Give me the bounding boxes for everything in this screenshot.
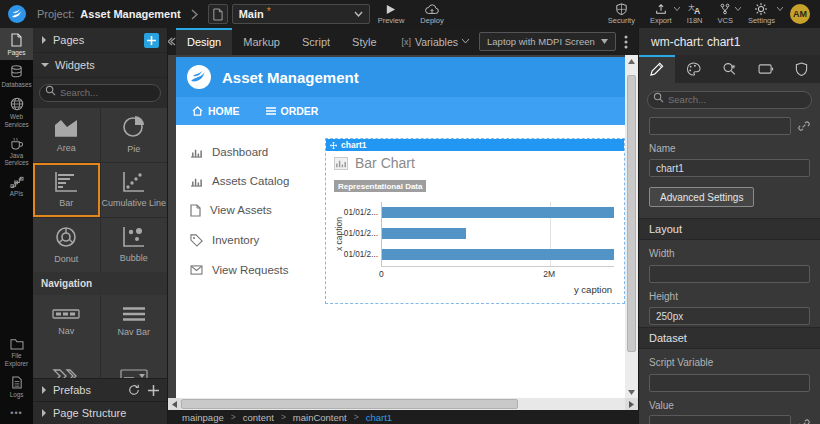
more-options-icon[interactable] <box>624 35 628 49</box>
widget-search-input[interactable] <box>39 84 161 102</box>
play-icon <box>385 4 396 15</box>
pages-section-header[interactable]: Pages <box>33 28 167 53</box>
rail-more-button[interactable]: ••• <box>0 402 33 424</box>
device-selector[interactable]: Laptop with MDPI Screen <box>479 32 616 51</box>
properties-panel-title: wm-chart: chart1 <box>639 28 820 55</box>
scroll-right-arrow[interactable] <box>625 398 638 410</box>
search-icon <box>653 92 664 103</box>
widget-selection-tag[interactable]: chart1 <box>326 139 624 151</box>
add-page-button[interactable] <box>144 33 159 48</box>
bind-expression-field[interactable] <box>649 117 791 135</box>
tab-design[interactable]: Design <box>176 28 232 55</box>
page-selector[interactable]: Main * <box>232 4 370 24</box>
tab-events[interactable] <box>711 55 747 83</box>
sidebar-item-inventory[interactable]: Inventory <box>176 225 320 255</box>
security-menu[interactable]: Security <box>608 3 635 25</box>
add-prefab-icon[interactable] <box>148 385 159 396</box>
sidebar-item-view-assets[interactable]: View Assets <box>176 195 320 225</box>
export-menu[interactable]: Export <box>650 3 672 25</box>
deploy-button[interactable]: Deploy <box>420 4 443 25</box>
widget-tile-donut[interactable]: Donut <box>33 218 100 272</box>
widget-tile-pie[interactable]: Pie <box>101 108 168 162</box>
line-chart-icon <box>122 171 146 193</box>
horizontal-scroll-thumb[interactable] <box>181 399 518 409</box>
rail-item-file-explorer[interactable]: File Explorer <box>0 333 33 370</box>
widget-tile-cumulative-line[interactable]: Cumulative Line <box>101 163 168 217</box>
category-label: 01/01/2... <box>345 223 381 244</box>
scroll-left-arrow[interactable] <box>168 398 181 410</box>
nav-item-order[interactable]: ORDER <box>266 105 319 117</box>
advanced-settings-button[interactable]: Advanced Settings <box>649 187 754 207</box>
chart-data-badge: Representational Data <box>334 180 426 192</box>
prefabs-section-header[interactable]: Prefabs <box>33 378 167 401</box>
rail-item-databases[interactable]: Databases <box>0 60 33 92</box>
canvas-viewport: Asset Management HOME ORDER <box>168 55 638 398</box>
widget-tile-breadcrumb[interactable] <box>33 349 100 379</box>
widgets-section-header[interactable]: Widgets <box>33 53 167 78</box>
branch-icon <box>719 3 731 15</box>
breadcrumb-item-content[interactable]: content <box>243 412 274 423</box>
widget-tile-select[interactable] <box>101 349 168 379</box>
scroll-up-arrow[interactable] <box>625 55 638 67</box>
breadcrumb-item-mainpage[interactable]: mainpage <box>182 412 224 423</box>
i18n-menu[interactable]: 大A I18N <box>687 3 703 25</box>
device-icon <box>758 63 774 75</box>
vertical-scroll-thumb[interactable] <box>627 75 636 352</box>
project-title: Project: Asset Management <box>37 8 181 20</box>
collapse-left-panel-button[interactable] <box>168 37 176 46</box>
scroll-down-arrow[interactable] <box>625 386 638 398</box>
rail-item-pages[interactable]: Pages <box>0 28 33 60</box>
widget-tile-nav[interactable]: Nav <box>33 295 100 349</box>
tab-script[interactable]: Script <box>291 28 341 55</box>
app-logo-icon <box>186 64 212 90</box>
sidebar-item-assets-catalog[interactable]: Assets Catalog <box>176 166 320 195</box>
tab-properties[interactable] <box>639 55 675 83</box>
widget-tile-bar[interactable]: Bar <box>33 163 100 217</box>
properties-search-input[interactable] <box>647 91 812 109</box>
settings-menu[interactable]: Settings <box>748 3 775 25</box>
vertical-scrollbar[interactable] <box>625 55 638 398</box>
properties-panel-tabs <box>639 55 820 83</box>
caret-down-icon <box>601 39 608 44</box>
rail-item-web-services[interactable]: Web Services <box>0 92 33 131</box>
bubble-chart-icon <box>122 226 146 248</box>
wavemaker-logo-icon[interactable] <box>0 4 33 24</box>
widget-tile-area[interactable]: Area <box>33 108 100 162</box>
rail-item-java-services[interactable]: Java Services <box>0 132 33 170</box>
tab-markup[interactable]: Markup <box>232 28 291 55</box>
tag-icon <box>190 234 203 247</box>
tab-security[interactable] <box>784 55 820 83</box>
preview-button[interactable]: Preview <box>378 4 405 25</box>
sidebar-item-dashboard[interactable]: Dashboard <box>176 137 320 166</box>
value-field[interactable] <box>649 415 791 424</box>
value-bind-link-icon[interactable] <box>798 418 810 424</box>
vcs-menu[interactable]: VCS <box>717 3 732 25</box>
page-structure-section-header[interactable]: Page Structure <box>33 401 167 424</box>
script-variable-field[interactable] <box>649 374 810 392</box>
select-box-icon <box>120 369 148 379</box>
log-file-icon <box>11 376 23 389</box>
tab-styles[interactable] <box>675 55 711 83</box>
variables-button[interactable]: [x] Variables <box>402 36 470 48</box>
widget-tile-bubble[interactable]: Bubble <box>101 218 168 272</box>
name-label: Name <box>649 143 810 154</box>
refresh-icon[interactable] <box>128 384 140 396</box>
widget-tile-nav-bar[interactable]: Nav Bar <box>101 295 168 349</box>
topbar-right-menu: Security Export 大A I18N VCS Settings <box>608 3 820 25</box>
avatar[interactable]: AM <box>790 4 810 24</box>
tab-device[interactable] <box>748 55 784 83</box>
tab-style[interactable]: Style <box>341 28 387 55</box>
breadcrumb-item-chart1[interactable]: chart1 <box>366 412 392 423</box>
sidebar-item-view-requests[interactable]: View Requests <box>176 255 320 284</box>
mini-bars-icon <box>190 146 203 158</box>
nav-item-home[interactable]: HOME <box>192 105 240 117</box>
rail-item-logs[interactable]: Logs <box>0 371 33 402</box>
rail-item-apis[interactable]: APIs <box>0 170 33 201</box>
bind-link-icon[interactable] <box>798 120 810 132</box>
width-field[interactable] <box>649 265 810 283</box>
height-field[interactable] <box>649 307 810 325</box>
name-field[interactable] <box>649 159 810 177</box>
horizontal-scrollbar[interactable] <box>168 398 638 410</box>
breadcrumb-item-maincontent[interactable]: mainContent <box>293 412 347 423</box>
bar-chart-widget[interactable]: chart1 Bar Chart Representational Data x… <box>325 138 625 304</box>
